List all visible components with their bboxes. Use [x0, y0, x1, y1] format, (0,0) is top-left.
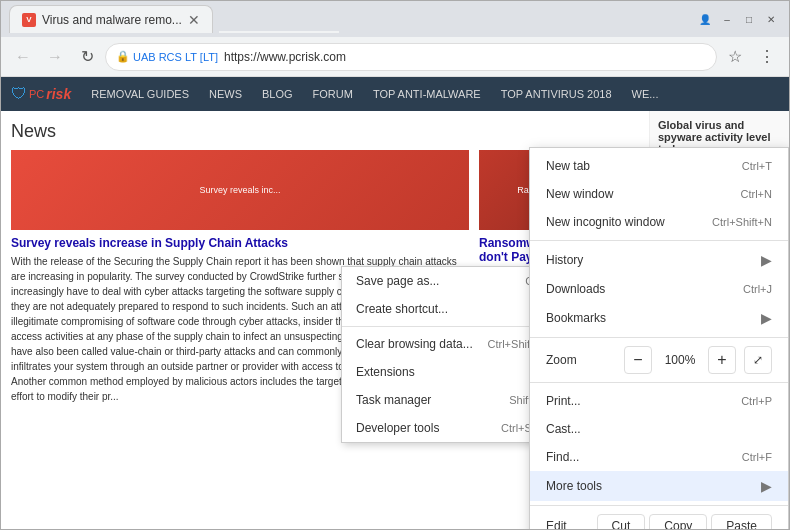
- chrome-menu-button[interactable]: ⋮: [753, 43, 781, 71]
- nav-top-antivirus[interactable]: TOP ANTIVIRUS 2018: [501, 88, 612, 100]
- fullscreen-button[interactable]: ⤢: [744, 346, 772, 374]
- tab-favicon: V: [22, 13, 36, 27]
- menu-sep-3: [530, 382, 788, 383]
- profile-icon[interactable]: 👤: [695, 9, 715, 29]
- browser-window: V Virus and malware remo... ✕ 👤 – □ ✕ ← …: [0, 0, 790, 530]
- bookmark-star-button[interactable]: ☆: [721, 43, 749, 71]
- zoom-percent: 100%: [660, 353, 700, 367]
- browser-toolbar: ← → ↻ 🔒 UAB RCS LT [LT] https://www.pcri…: [1, 37, 789, 77]
- nav-news[interactable]: NEWS: [209, 88, 242, 100]
- title-bar-controls: 👤 – □ ✕: [695, 9, 781, 29]
- back-button[interactable]: ←: [9, 43, 37, 71]
- zoom-minus-button[interactable]: −: [624, 346, 652, 374]
- menu-print[interactable]: Print... Ctrl+P: [530, 387, 788, 415]
- paste-button[interactable]: Paste: [711, 514, 772, 529]
- copy-button[interactable]: Copy: [649, 514, 707, 529]
- menu-bookmarks[interactable]: Bookmarks ▶: [530, 303, 788, 333]
- maximize-button[interactable]: □: [739, 9, 759, 29]
- content-area: News Survey reveals inc... Survey reveal…: [1, 111, 789, 529]
- zoom-control: Zoom − 100% + ⤢: [530, 342, 788, 378]
- menu-sep-4: [530, 505, 788, 506]
- menu-more-tools[interactable]: More tools ▶: [530, 471, 788, 501]
- secure-indicator: 🔒 UAB RCS LT [LT]: [116, 50, 218, 63]
- nav-top-antimalware[interactable]: TOP ANTI-MALWARE: [373, 88, 481, 100]
- address-url: https://www.pcrisk.com: [224, 50, 346, 64]
- refresh-button[interactable]: ↻: [73, 43, 101, 71]
- address-bar[interactable]: 🔒 UAB RCS LT [LT] https://www.pcrisk.com: [105, 43, 717, 71]
- menu-cast[interactable]: Cast...: [530, 415, 788, 443]
- menu-sep-1: [530, 240, 788, 241]
- menu-new-tab[interactable]: New tab Ctrl+T: [530, 152, 788, 180]
- browser-tab[interactable]: V Virus and malware remo... ✕: [9, 5, 213, 33]
- minimize-button[interactable]: –: [717, 9, 737, 29]
- context-menu-overlay: Save page as... Ctrl+S Create shortcut..…: [1, 111, 789, 529]
- close-button[interactable]: ✕: [761, 9, 781, 29]
- edit-control: Edit Cut Copy Paste: [530, 510, 788, 529]
- menu-sep-2: [530, 337, 788, 338]
- title-bar: V Virus and malware remo... ✕ 👤 – □ ✕: [1, 1, 789, 37]
- menu-find[interactable]: Find... Ctrl+F: [530, 443, 788, 471]
- site-navigation: 🛡 PCrisk REMOVAL GUIDES NEWS BLOG FORUM …: [1, 77, 789, 111]
- forward-button[interactable]: →: [41, 43, 69, 71]
- tab-title: Virus and malware remo...: [42, 13, 182, 27]
- cut-button[interactable]: Cut: [597, 514, 646, 529]
- nav-forum[interactable]: FORUM: [313, 88, 353, 100]
- menu-downloads[interactable]: Downloads Ctrl+J: [530, 275, 788, 303]
- menu-new-incognito[interactable]: New incognito window Ctrl+Shift+N: [530, 208, 788, 236]
- nav-removal-guides[interactable]: REMOVAL GUIDES: [91, 88, 189, 100]
- menu-history[interactable]: History ▶: [530, 245, 788, 275]
- menu-new-window[interactable]: New window Ctrl+N: [530, 180, 788, 208]
- chrome-menu: New tab Ctrl+T New window Ctrl+N New inc…: [529, 147, 789, 529]
- tab-close-button[interactable]: ✕: [188, 12, 200, 28]
- pcrisk-logo: 🛡 PCrisk: [11, 85, 71, 103]
- nav-blog[interactable]: BLOG: [262, 88, 293, 100]
- nav-more[interactable]: WE...: [632, 88, 659, 100]
- zoom-plus-button[interactable]: +: [708, 346, 736, 374]
